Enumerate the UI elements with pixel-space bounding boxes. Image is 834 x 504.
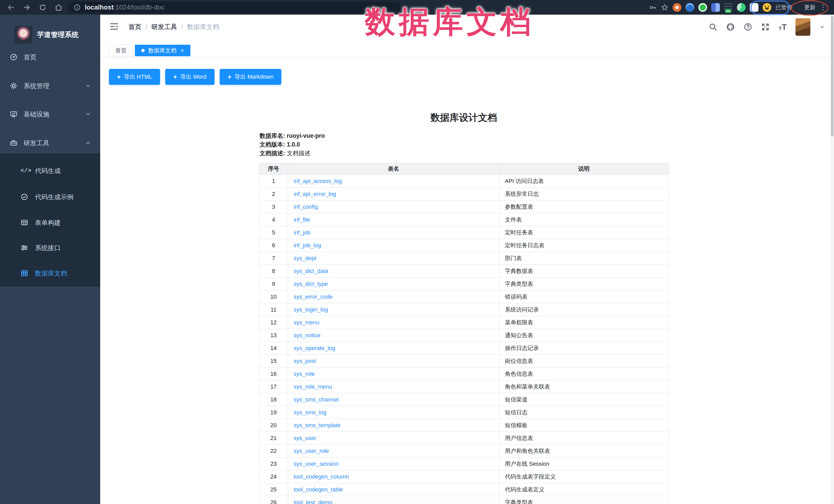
table-name-cell: sys_post [288, 355, 499, 368]
chevron-up-icon [85, 139, 91, 146]
table-name-link[interactable]: inf_api_error_log [294, 191, 336, 197]
table-row: 16sys_role角色信息表 [259, 368, 669, 380]
help-icon[interactable] [744, 23, 752, 31]
table-row: 22sys_user_role用户和角色关联表 [259, 445, 669, 458]
table-desc-cell: 代码生成表定义 [499, 483, 669, 496]
scrollbar-thumb[interactable] [831, 16, 833, 136]
table-name-link[interactable]: sys_user_session [294, 461, 338, 467]
sidebar-fold-icon[interactable] [109, 22, 119, 31]
table-desc-cell: 定时任务表 [499, 226, 669, 239]
export-html-button[interactable]: + 导出 HTML [109, 69, 160, 85]
table-desc-cell: 文件表 [499, 213, 669, 226]
row-index-cell: 26 [259, 496, 288, 504]
table-name-link[interactable]: sys_dept [294, 255, 316, 261]
user-avatar[interactable] [795, 18, 810, 36]
table-name-link[interactable]: sys_login_log [294, 306, 328, 313]
sidebar-item-code-generation[interactable]: </> 代码生成 [0, 158, 100, 183]
table-name-link[interactable]: sys_sms_channel [294, 396, 338, 403]
browser-back-icon[interactable] [7, 3, 15, 12]
code-icon: </> [21, 168, 28, 174]
export-markdown-button[interactable]: + 导出 Markdown [220, 69, 282, 85]
sidebar-item-home[interactable]: 首页 [0, 44, 100, 70]
gear-icon [10, 82, 18, 90]
sidebar-item-system-api[interactable]: 系统接口 [0, 235, 100, 261]
extension-icon[interactable] [711, 3, 720, 12]
table-name-link[interactable]: inf_file [294, 216, 310, 223]
passwords-key-icon[interactable] [649, 4, 657, 11]
table-name-link[interactable]: inf_job [294, 229, 310, 236]
breadcrumb-home[interactable]: 首页 [129, 23, 141, 31]
form-grid-icon [21, 219, 28, 226]
table-name-link[interactable]: sys_dict_type [294, 281, 328, 287]
table-name-link[interactable]: sys_user_role [294, 448, 329, 454]
table-name-cell: sys_dict_type [288, 278, 499, 290]
sidebar-item-label: 数据库文档 [35, 269, 67, 278]
meta-db-name: 数据库名: ruoyi-vue-pro [260, 131, 325, 140]
table-desc-cell: 用户在线 Session [499, 458, 669, 470]
table-name-link[interactable]: sys_sms_log [294, 409, 326, 416]
table-name-link[interactable]: sys_sms_template [294, 422, 341, 429]
font-size-icon[interactable]: TT [778, 23, 787, 31]
table-row: 4inf_file文件表 [259, 213, 669, 226]
extension-icon[interactable] [737, 3, 746, 12]
browser-reload-icon[interactable] [39, 3, 47, 12]
tab-db-doc[interactable]: 数据库文档 × [135, 45, 190, 56]
table-name-link[interactable]: inf_api_access_log [294, 178, 342, 184]
sidebar-item-system-management[interactable]: 系统管理 [0, 73, 100, 99]
table-desc-cell: 错误码表 [499, 290, 669, 303]
table-desc-cell: 字典类型表 [499, 278, 669, 290]
table-name-link[interactable]: sys_notice [294, 332, 321, 338]
sidebar-item-form-builder[interactable]: 表单构建 [0, 210, 100, 236]
row-index-cell: 15 [259, 355, 288, 368]
extension-icon[interactable] [673, 3, 681, 12]
github-icon[interactable] [726, 23, 735, 31]
export-word-button[interactable]: + 导出 Word [165, 69, 214, 85]
extension-icon[interactable]: on [724, 3, 733, 12]
table-desc-cell: 角色信息表 [499, 368, 669, 380]
table-name-link[interactable]: sys_user [294, 435, 316, 441]
tab-close-icon[interactable]: × [181, 48, 184, 53]
table-name-link[interactable]: tool_codegen_table [294, 486, 343, 493]
table-row: 3inf_config参数配置表 [259, 200, 669, 213]
search-icon[interactable] [709, 23, 717, 31]
table-desc-cell: 用户和角色关联表 [499, 445, 669, 458]
sidebar-item-infrastructure[interactable]: 基础设施 [0, 101, 100, 127]
extension-icon[interactable] [698, 3, 707, 12]
extension-icon[interactable] [685, 3, 694, 12]
table-row: 25tool_codegen_table代码生成表定义 [259, 483, 669, 496]
tab-label: 首页 [115, 47, 127, 54]
sidebar-item-db-doc[interactable]: 数据库文档 [0, 260, 100, 286]
table-name-link[interactable]: sys_dict_data [294, 268, 328, 274]
table-name-link[interactable]: sys_role_menu [294, 384, 332, 390]
table-name-cell: tool_test_demo [288, 496, 499, 504]
table-desc-cell: 短信模板 [499, 419, 669, 432]
tab-home[interactable]: 首页 [109, 45, 133, 56]
browser-forward-icon[interactable] [23, 3, 31, 12]
tables-index-table: 序号 表名 说明 1inf_api_access_logAPI 访问日志表2in… [259, 163, 669, 504]
table-desc-cell: 代码生成表字段定义 [499, 470, 669, 483]
bookmark-star-icon[interactable] [661, 4, 668, 11]
fullscreen-icon[interactable] [761, 23, 770, 31]
row-index-cell: 18 [259, 393, 288, 406]
table-desc-cell: 参数配置表 [499, 200, 669, 213]
site-info-icon[interactable] [73, 4, 81, 11]
table-name-link[interactable]: sys_menu [294, 319, 320, 326]
sidebar-item-dev-tools[interactable]: 研发工具 [0, 130, 100, 156]
sidebar-item-label: 研发工具 [24, 139, 49, 147]
table-name-link[interactable]: sys_operate_log [294, 345, 335, 351]
table-name-link[interactable]: inf_config [294, 203, 318, 210]
page-scrollbar[interactable] [830, 15, 834, 504]
url-bar[interactable]: localhost:1024/tool/db-doc [68, 2, 400, 13]
table-name-link[interactable]: sys_post [294, 358, 316, 364]
table-name-link[interactable]: sys_error_code [294, 293, 333, 300]
sidebar-item-codegen-example[interactable]: 代码生成示例 [0, 184, 100, 210]
browser-home-icon[interactable] [54, 3, 63, 12]
row-index-cell: 21 [259, 432, 288, 445]
table-name-link[interactable]: inf_job_log [294, 242, 321, 248]
table-header-row: 序号 表名 说明 [259, 163, 669, 175]
breadcrumb-dev-tools[interactable]: 研发工具 [151, 23, 177, 31]
table-name-link[interactable]: tool_test_demo [294, 499, 332, 504]
caret-down-icon[interactable] [819, 24, 825, 30]
table-name-link[interactable]: tool_codegen_column [294, 474, 349, 480]
table-name-link[interactable]: sys_role [294, 371, 315, 377]
